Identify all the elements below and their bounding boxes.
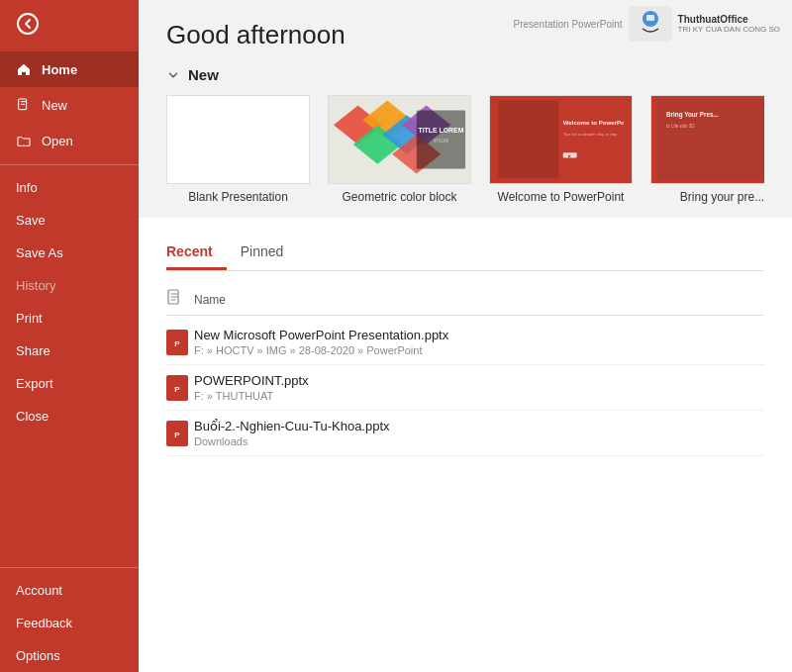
sidebar-item-export[interactable]: Export (0, 367, 139, 400)
recent-section: Recent Pinned Name (139, 218, 792, 672)
file-row-1[interactable]: P New Microsoft PowerPoint Presentation.… (166, 320, 764, 365)
sidebar-item-feedback[interactable]: Feedback (0, 607, 139, 639)
file-2-name: POWERPOINT.pptx (194, 373, 764, 388)
files-header-name-col: Name (194, 293, 764, 307)
sidebar-item-home[interactable]: Home (0, 51, 139, 87)
sidebar: Home New Open Info Save Save As History (0, 0, 139, 672)
tab-recent[interactable]: Recent (166, 238, 227, 270)
geometric-svg: TITLE LOREM IPSUM (329, 95, 470, 184)
pptx-icon-3: P (166, 421, 188, 446)
files-table-header: Name (166, 285, 764, 316)
sidebar-item-info-label: Info (16, 180, 38, 195)
sidebar-item-feedback-label: Feedback (16, 616, 72, 630)
pptx-file-icon-2: P (167, 376, 187, 400)
svg-text:Bring Your Pres...: Bring Your Pres... (666, 111, 719, 119)
new-icon (16, 97, 32, 113)
template-geometric[interactable]: TITLE LOREM IPSUM Geometric color block (328, 95, 471, 204)
file-3-info: Buổi-2.-Nghien-Cuu-Tu-Khoa.pptx Download… (194, 419, 764, 447)
tab-pinned[interactable]: Pinned (241, 238, 298, 270)
file-row-2[interactable]: P POWERPOINT.pptx F: » THUTHUAT (166, 365, 764, 411)
file-2-icon: P (166, 375, 194, 401)
svg-rect-15 (498, 101, 558, 179)
sidebar-item-open-label: Open (42, 134, 73, 148)
back-button[interactable] (0, 0, 139, 48)
sidebar-item-account[interactable]: Account (0, 574, 139, 607)
sidebar-item-account-label: Account (16, 583, 62, 598)
sidebar-item-history[interactable]: History (0, 269, 139, 302)
new-section-label: New (188, 66, 219, 83)
svg-text:Tips for a simpler day to day: Tips for a simpler day to day (563, 132, 618, 137)
file-2-info: POWERPOINT.pptx F: » THUTHUAT (194, 373, 764, 402)
sidebar-item-options-label: Options (16, 648, 60, 663)
template-bring-name: Bring your pre... (680, 190, 764, 204)
templates-row: Blank Presentation (166, 95, 764, 204)
svg-text:TITLE LOREM: TITLE LOREM (418, 127, 463, 134)
pptx-icon-2: P (166, 375, 188, 401)
sidebar-item-save[interactable]: Save (0, 204, 139, 237)
sidebar-item-share[interactable]: Share (0, 335, 139, 367)
file-column-icon (166, 289, 182, 307)
sidebar-bottom: Account Feedback Options (0, 561, 139, 672)
sidebar-item-print[interactable]: Print (0, 302, 139, 335)
tab-recent-label: Recent (166, 243, 213, 259)
template-bring-thumb: Bring Your Pres... to Life with 3D (650, 95, 764, 184)
template-blank[interactable]: Blank Presentation (166, 95, 310, 204)
template-bring[interactable]: Bring Your Pres... to Life with 3D Bring… (650, 95, 764, 204)
files-table: Name P New Microsoft PowerPoint Presenta… (166, 285, 764, 456)
sidebar-item-save-as[interactable]: Save As (0, 237, 139, 269)
sidebar-item-new[interactable]: New (0, 87, 139, 123)
sidebar-item-home-label: Home (42, 62, 77, 77)
svg-text:P: P (174, 385, 180, 394)
welcome-svg: Welcome to PowerPoint Tips for a simpler… (498, 95, 624, 184)
sidebar-item-open[interactable]: Open (0, 123, 139, 158)
open-icon (16, 133, 32, 148)
template-welcome[interactable]: Welcome to PowerPoint Tips for a simpler… (489, 95, 633, 204)
file-1-icon: P (166, 330, 194, 355)
file-1-info: New Microsoft PowerPoint Presentation.pp… (194, 328, 764, 356)
files-header-icon-col (166, 289, 194, 311)
template-geometric-thumb: TITLE LOREM IPSUM (328, 95, 471, 184)
sidebar-item-options[interactable]: Options (0, 639, 139, 672)
chevron-down-icon (166, 68, 180, 82)
main-content: Presentation PowerPoint ThuthuatOffice T… (139, 0, 792, 672)
template-blank-thumb (166, 95, 310, 184)
file-1-path: F: » HOCTV » IMG » 28-08-2020 » PowerPoi… (194, 344, 764, 356)
svg-text:IPSUM: IPSUM (434, 139, 449, 144)
sidebar-item-save-label: Save (16, 213, 46, 228)
pptx-file-icon-1: P (167, 331, 187, 354)
template-welcome-name: Welcome to PowerPoint (498, 190, 625, 204)
pptx-file-icon-3: P (167, 422, 187, 445)
svg-text:P: P (174, 431, 180, 439)
file-3-path: Downloads (194, 435, 764, 447)
svg-text:to Life with 3D: to Life with 3D (666, 124, 695, 129)
file-2-path: F: » THUTHUAT (194, 390, 764, 402)
sidebar-item-print-label: Print (16, 311, 43, 326)
sidebar-item-history-label: History (16, 278, 55, 293)
tabs-row: Recent Pinned (166, 238, 764, 271)
template-geometric-name: Geometric color block (342, 190, 456, 204)
sidebar-item-export-label: Export (16, 376, 53, 391)
template-welcome-thumb: Welcome to PowerPoint Tips for a simpler… (489, 95, 633, 184)
new-section-header[interactable]: New (166, 66, 764, 83)
sidebar-item-new-label: New (42, 98, 67, 113)
home-icon (16, 61, 32, 77)
tab-pinned-label: Pinned (241, 243, 284, 259)
sidebar-item-close[interactable]: Close (0, 400, 139, 432)
template-blank-name: Blank Presentation (188, 190, 288, 204)
main-header: Good afternoon (139, 0, 792, 60)
sidebar-item-info[interactable]: Info (0, 171, 139, 204)
svg-text:Welcome to PowerPoint: Welcome to PowerPoint (563, 119, 624, 126)
sidebar-item-save-as-label: Save As (16, 245, 63, 260)
sidebar-item-share-label: Share (16, 343, 50, 358)
svg-point-0 (18, 14, 38, 34)
file-3-name: Buổi-2.-Nghien-Cuu-Tu-Khoa.pptx (194, 419, 764, 433)
page-title: Good afternoon (166, 20, 764, 50)
file-1-name: New Microsoft PowerPoint Presentation.pp… (194, 328, 764, 342)
sidebar-nav-top: Home New Open (0, 51, 139, 158)
svg-text:P: P (174, 339, 180, 348)
bring-svg: Bring Your Pres... to Life with 3D (657, 95, 764, 184)
new-section: New Blank Presentation (139, 60, 792, 218)
pptx-icon-1: P (166, 330, 188, 355)
file-row-3[interactable]: P Buổi-2.-Nghien-Cuu-Tu-Khoa.pptx Downlo… (166, 411, 764, 456)
sidebar-item-close-label: Close (16, 409, 49, 424)
